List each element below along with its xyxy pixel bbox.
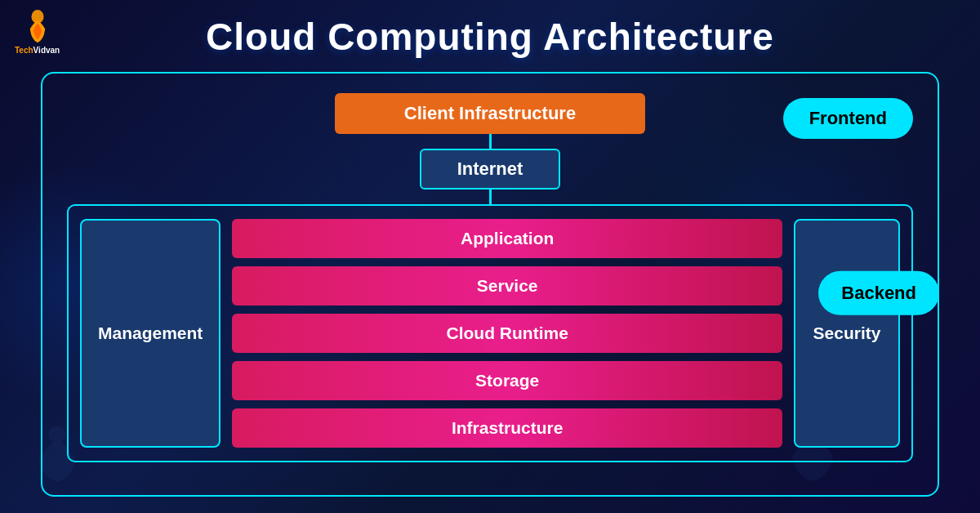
stack-item-service: Service: [232, 266, 782, 306]
management-box: Management: [80, 219, 220, 448]
frontend-pill: Frontend: [783, 98, 913, 139]
security-box: Security: [794, 219, 900, 448]
stack-item-cloud-runtime: Cloud Runtime: [232, 314, 782, 353]
logo-text: TechVidvan: [15, 46, 60, 55]
connector-2: [489, 190, 492, 204]
page-wrapper: TechVidvan Cloud Computing Architecture …: [0, 0, 980, 513]
stack-item-infrastructure: Infrastructure: [232, 408, 782, 448]
diagram-container: Frontend Backend Client Infrastructure I…: [41, 72, 939, 497]
internet-box: Internet: [420, 149, 561, 190]
inner-area: Management Application Service Cloud Run…: [67, 204, 913, 462]
center-stack: Application Service Cloud Runtime Storag…: [232, 219, 782, 448]
stack-item-application: Application: [232, 219, 782, 258]
connector-1: [489, 134, 492, 149]
main-title: Cloud Computing Architecture: [206, 15, 774, 59]
logo: TechVidvan: [15, 10, 60, 55]
backend-pill: Backend: [818, 271, 939, 315]
stack-item-storage: Storage: [232, 361, 782, 400]
client-infrastructure-box: Client Infrastructure: [335, 93, 645, 134]
